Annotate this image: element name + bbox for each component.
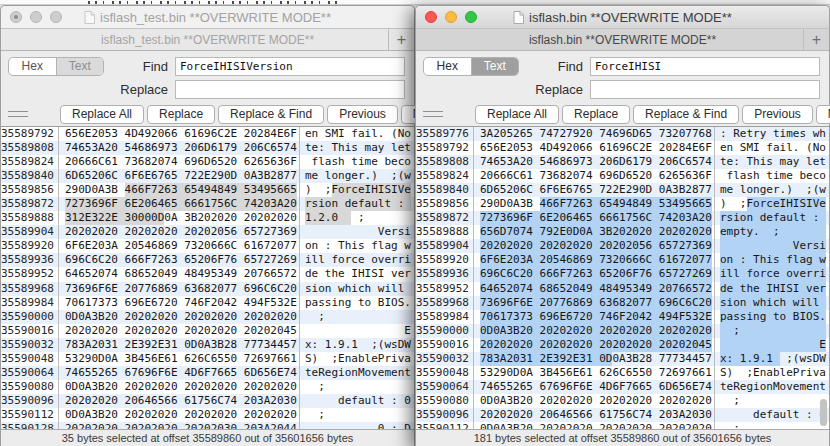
hex-bytes-cell[interactable]: 656E2053 4D492066 61696C2E 20284E6F — [59, 127, 299, 141]
ascii-text-cell[interactable]: ; — [299, 408, 414, 422]
hex-bytes-cell[interactable]: 783A2031 2E392E31 0D0A3B28 77734457 — [474, 352, 714, 366]
hex-bytes-cell[interactable]: 6F6E203A 20546869 7320666C 61672077 — [59, 239, 299, 253]
ascii-text-cell[interactable]: rsion default : — [714, 211, 829, 225]
hex-bytes-cell[interactable]: 64652074 68652049 48495349 20766572 — [474, 282, 714, 296]
ascii-text-cell[interactable]: de the IHISI ver — [714, 282, 829, 296]
hex-bytes-cell[interactable]: 20202020 20646566 61756C74 203A2030 — [59, 394, 299, 408]
ascii-text-cell[interactable]: empty. ; — [714, 225, 829, 239]
ascii-text-cell[interactable]: 0 : D — [299, 422, 414, 429]
hex-bytes-cell[interactable]: 312E322E 30000D0A 3B202020 20202020 — [59, 211, 299, 225]
ascii-text-cell[interactable]: ) ;ForceIHISIVe — [299, 183, 414, 197]
ascii-text-cell[interactable]: x: 1.9.1 ;(wsDW — [299, 338, 414, 352]
ascii-text-cell[interactable]: teRegionMovement — [299, 366, 414, 380]
ascii-text-cell[interactable]: ) ;ForceIHISIVe — [714, 197, 829, 211]
previous-button[interactable]: Previous — [327, 105, 398, 124]
hex-bytes-cell[interactable]: 53290D0A 3B456E61 626C6550 72697661 — [474, 366, 714, 380]
tab-isflash-test[interactable]: isflash_test.bin **OVERWRITE MODE** — [101, 33, 314, 47]
tab-isflash[interactable]: isflash.bin **OVERWRITE MODE** — [529, 33, 716, 47]
ascii-text-cell[interactable]: E — [714, 338, 829, 352]
find-input[interactable] — [175, 57, 405, 76]
new-tab-button[interactable]: + — [388, 29, 414, 50]
replace-find-button[interactable]: Replace & Find — [633, 105, 739, 124]
vertical-scrollbar-thumb[interactable] — [820, 399, 827, 426]
ascii-text-cell[interactable]: flash time beco — [714, 169, 829, 183]
ascii-text-cell[interactable]: flash time beco — [299, 155, 414, 169]
replace-all-button[interactable]: Replace All — [475, 105, 559, 124]
hex-bytes-cell[interactable]: 74653A20 54686973 206D6179 206C6574 — [474, 155, 714, 169]
hex-view[interactable]: 355897763A205265 74727920 74696D65 73207… — [416, 126, 829, 429]
zoom-button[interactable] — [465, 11, 477, 23]
hex-bytes-cell[interactable]: 20202020 20202020 20202056 65727369 — [474, 239, 714, 253]
replace-all-button[interactable]: Replace All — [60, 105, 144, 124]
hex-bytes-cell[interactable]: 70617373 696E6720 746F2042 494F532E — [59, 296, 299, 310]
replace-find-button[interactable]: Replace & Find — [218, 105, 324, 124]
ascii-text-cell[interactable]: sion which will — [714, 296, 829, 310]
minimize-button[interactable] — [30, 11, 42, 23]
close-button[interactable] — [425, 11, 437, 23]
hex-bytes-cell[interactable]: 0D0A3B20 20202020 20202020 20202020 — [59, 380, 299, 394]
hex-bytes-cell[interactable]: 7273696F 6E206465 6661756C 74203A20 — [59, 197, 299, 211]
ascii-text-cell[interactable]: de the IHISI ver — [299, 267, 414, 281]
ascii-text-cell[interactable]: ill force overri — [299, 253, 414, 267]
hex-bytes-cell[interactable]: 6D65206C 6F6E6765 722E290D 0A3B2877 — [474, 183, 714, 197]
hex-bytes-cell[interactable]: 73696F6E 20776869 63682077 696C6C20 — [59, 282, 299, 296]
hex-bytes-cell[interactable]: 74655265 67696F6E 4D6F7665 6D656E74 — [59, 366, 299, 380]
next-button[interactable]: Next — [816, 105, 830, 124]
hex-bytes-cell[interactable]: 6D65206C 6F6E6765 722E290D 0A3B2877 — [59, 169, 299, 183]
ascii-text-cell[interactable]: rsion default : — [299, 197, 414, 211]
mode-text-segment[interactable]: Text — [472, 58, 519, 75]
replace-button[interactable]: Replace — [562, 105, 630, 124]
ascii-text-cell[interactable]: teRegionMovement — [714, 380, 829, 394]
title-bar[interactable]: isflash_test.bin **OVERWRITE MODE** — [1, 6, 414, 29]
hex-bytes-cell[interactable]: 20202020 20646566 61756C74 203A2030 — [474, 408, 714, 422]
hex-bytes-cell[interactable]: 64652074 68652049 48495349 20766572 — [59, 267, 299, 281]
panel-grip-icon[interactable] — [8, 111, 28, 117]
ascii-text-cell[interactable]: te: This may let — [299, 141, 414, 155]
ascii-text-cell[interactable]: E — [299, 324, 414, 338]
hex-bytes-cell[interactable]: 0D0A3B20 20202020 20202020 20202020 — [59, 408, 299, 422]
mode-hex-segment[interactable]: Hex — [424, 58, 472, 75]
hex-bytes-cell[interactable]: 7273696F 6E206465 6661756C 74203A20 — [474, 211, 714, 225]
ascii-text-cell[interactable]: te: This may let — [714, 155, 829, 169]
hex-bytes-cell[interactable]: 696C6C20 666F7263 65206F76 65727269 — [59, 253, 299, 267]
hex-bytes-cell[interactable]: 53290D0A 3B456E61 626C6550 72697661 — [59, 352, 299, 366]
hex-bytes-cell[interactable]: 20666C61 73682074 696D6520 6265636F — [59, 155, 299, 169]
mode-hex-segment[interactable]: Hex — [9, 58, 57, 75]
replace-input[interactable] — [590, 80, 820, 99]
ascii-text-cell[interactable]: ; — [714, 324, 829, 338]
ascii-text-cell[interactable]: on : This flag w — [299, 239, 414, 253]
ascii-text-cell[interactable]: passing to BIOS. — [714, 310, 829, 324]
ascii-text-cell[interactable]: ill force overri — [714, 267, 829, 281]
ascii-text-cell[interactable]: ; — [714, 422, 829, 429]
hex-bytes-cell[interactable]: 696C6C20 666F7263 65206F76 65727269 — [474, 267, 714, 281]
ascii-text-cell[interactable]: me longer.) ;(w — [714, 183, 829, 197]
panel-grip-icon[interactable] — [423, 111, 443, 117]
ascii-text-cell[interactable]: default : 0 — [714, 408, 829, 422]
zoom-button[interactable] — [50, 11, 62, 23]
ascii-text-cell[interactable]: S) ;EnablePriva — [299, 352, 414, 366]
ascii-text-cell[interactable]: default : 0 — [299, 394, 414, 408]
ascii-text-cell[interactable]: Versi — [714, 239, 829, 253]
ascii-text-cell[interactable]: en SMI fail. (No — [299, 127, 414, 141]
hex-bytes-cell[interactable]: 0D0A3B20 20202020 20202020 20202020 — [474, 422, 714, 429]
hex-bytes-cell[interactable]: 3A205265 74727920 74696D65 73207768 — [474, 127, 714, 141]
mode-text-segment[interactable]: Text — [57, 58, 104, 75]
hex-bytes-cell[interactable]: 0D0A3B20 20202020 20202020 20202020 — [474, 324, 714, 338]
close-button[interactable] — [10, 11, 22, 23]
ascii-text-cell[interactable]: me longer.) ;(w — [299, 169, 414, 183]
ascii-text-cell[interactable]: Versi — [299, 225, 414, 239]
ascii-text-cell[interactable]: sion which will — [299, 282, 414, 296]
hex-bytes-cell[interactable]: 656D7074 792E0D0A 3B202020 20202020 — [474, 225, 714, 239]
hex-bytes-cell[interactable]: 6F6E203A 20546869 7320666C 61672077 — [474, 253, 714, 267]
replace-button[interactable]: Replace — [147, 105, 215, 124]
hex-bytes-cell[interactable]: 20202020 20202020 20202030 203A2044 — [59, 422, 299, 429]
replace-input[interactable] — [175, 80, 405, 99]
hex-bytes-cell[interactable]: 0D0A3B20 20202020 20202020 20202020 — [474, 394, 714, 408]
hex-bytes-cell[interactable]: 290D0A3B 466F7263 65494849 53495665 — [59, 183, 299, 197]
ascii-text-cell[interactable]: x: 1.9.1 ;(wsDW — [714, 352, 829, 366]
ascii-text-cell[interactable]: 1.2.0 ; — [299, 211, 414, 225]
hex-bytes-cell[interactable]: 290D0A3B 466F7263 65494849 53495665 — [474, 197, 714, 211]
hex-bytes-cell[interactable]: 783A2031 2E392E31 0D0A3B28 77734457 — [59, 338, 299, 352]
ascii-text-cell[interactable]: on : This flag w — [714, 253, 829, 267]
hex-view[interactable]: 35589792656E2053 4D492066 61696C2E 20284… — [1, 126, 414, 429]
